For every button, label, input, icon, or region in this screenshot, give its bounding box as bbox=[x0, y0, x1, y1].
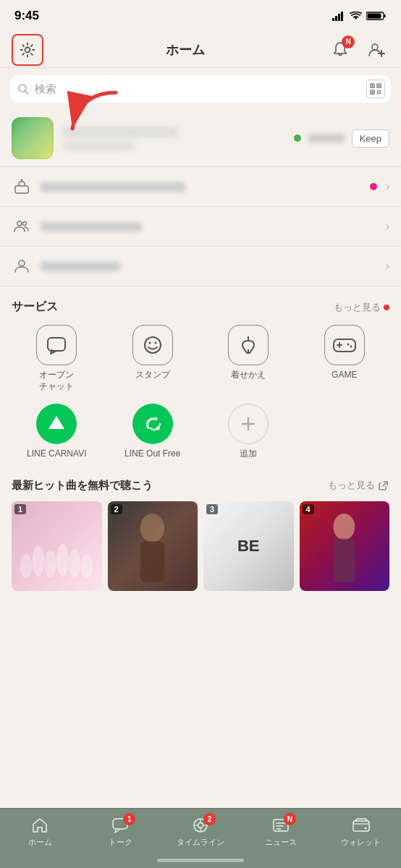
header-right: N bbox=[327, 37, 389, 63]
svg-rect-42 bbox=[334, 539, 355, 582]
service-label-stamp: スタンプ bbox=[135, 370, 170, 381]
svg-point-29 bbox=[347, 344, 349, 346]
keep-button[interactable]: Keep bbox=[352, 129, 389, 148]
service-item-game[interactable]: GAME bbox=[300, 325, 390, 392]
battery-icon bbox=[366, 11, 387, 21]
music-card-4[interactable]: 4 bbox=[300, 501, 390, 592]
search-field[interactable]: 検索 bbox=[10, 75, 391, 103]
service-item-line-out-free[interactable]: LINE Out Free bbox=[108, 404, 198, 460]
service-label-carnavi: LINE CARNAVI bbox=[27, 448, 86, 460]
status-icons bbox=[332, 11, 387, 21]
svg-point-38 bbox=[81, 554, 93, 579]
status-time: 9:45 bbox=[14, 9, 39, 23]
music-grid: 1 2 BE 3 4 bbox=[12, 501, 389, 592]
svg-point-27 bbox=[154, 342, 156, 344]
service-label-add: 追加 bbox=[240, 448, 257, 460]
svg-point-30 bbox=[350, 346, 352, 348]
online-indicator bbox=[294, 135, 301, 142]
list-item[interactable]: › bbox=[0, 207, 401, 247]
line-out-free-icon bbox=[132, 404, 173, 444]
service-item-open-chat[interactable]: オープンチャット bbox=[12, 325, 102, 392]
avatar-image bbox=[12, 117, 54, 159]
home-indicator bbox=[157, 859, 244, 862]
music-more-link[interactable]: もっと見る bbox=[328, 479, 389, 492]
add-friend-button[interactable] bbox=[363, 37, 389, 63]
search-bar: 検索 bbox=[0, 68, 401, 110]
qr-button[interactable] bbox=[366, 80, 385, 98]
talk-tab-icon: 1 bbox=[111, 816, 130, 835]
tab-home[interactable]: ホーム bbox=[0, 816, 80, 848]
game-icon bbox=[324, 325, 365, 365]
svg-rect-18 bbox=[379, 93, 381, 94]
music-card-3[interactable]: BE 3 bbox=[203, 501, 294, 592]
list-item[interactable]: › bbox=[0, 247, 401, 286]
svg-point-35 bbox=[44, 551, 56, 577]
profile-status bbox=[62, 142, 135, 150]
music-card-1[interactable]: 1 bbox=[12, 501, 102, 592]
chevron-down-icon: › bbox=[386, 180, 389, 193]
chevron-down-icon: › bbox=[386, 260, 389, 273]
tab-timeline[interactable]: 2 タイムライン bbox=[161, 816, 241, 848]
svg-marker-31 bbox=[48, 416, 64, 429]
settings-button[interactable] bbox=[12, 34, 43, 66]
services-more-link[interactable]: もっと見る bbox=[334, 301, 389, 314]
tab-talk[interactable]: 1 トーク bbox=[80, 816, 161, 848]
svg-point-6 bbox=[25, 47, 30, 52]
notification-button[interactable]: N bbox=[327, 37, 353, 63]
groups-icon bbox=[12, 216, 32, 237]
gear-icon bbox=[20, 42, 35, 58]
svg-point-26 bbox=[148, 342, 151, 344]
svg-rect-40 bbox=[140, 541, 164, 582]
svg-rect-12 bbox=[379, 85, 380, 87]
svg-rect-5 bbox=[368, 14, 381, 19]
svg-point-23 bbox=[19, 260, 25, 266]
carnavi-icon bbox=[36, 404, 77, 444]
svg-rect-14 bbox=[372, 92, 373, 93]
profile-avatar[interactable] bbox=[12, 117, 54, 159]
list-item-content bbox=[41, 222, 377, 231]
timeline-badge: 2 bbox=[203, 813, 216, 825]
wifi-icon bbox=[350, 12, 362, 21]
service-label-open-chat: オープンチャット bbox=[39, 370, 74, 392]
svg-rect-10 bbox=[372, 85, 373, 87]
contacts-list: › › › bbox=[0, 167, 401, 286]
person-icon bbox=[12, 256, 32, 276]
svg-rect-2 bbox=[338, 14, 340, 21]
music-card-2[interactable]: 2 bbox=[108, 501, 198, 592]
service-item-carnavi[interactable]: LINE CARNAVI bbox=[12, 404, 102, 460]
home-tab-icon bbox=[30, 816, 49, 835]
music-num-1: 1 bbox=[14, 504, 26, 514]
qr-icon bbox=[370, 83, 381, 95]
svg-point-48 bbox=[364, 827, 366, 830]
item-name-blur bbox=[41, 222, 142, 231]
services-badge bbox=[384, 305, 389, 310]
svg-point-39 bbox=[140, 514, 164, 542]
svg-rect-15 bbox=[377, 90, 379, 92]
person-icon bbox=[14, 258, 30, 274]
svg-rect-47 bbox=[353, 821, 369, 831]
tab-news[interactable]: N ニュース bbox=[240, 816, 321, 848]
svg-rect-0 bbox=[332, 18, 334, 21]
svg-point-21 bbox=[17, 221, 22, 226]
wallet-tab-icon bbox=[352, 816, 371, 835]
svg-rect-24 bbox=[48, 338, 65, 351]
service-label-game: GAME bbox=[332, 370, 357, 381]
timeline-tab-label: タイムライン bbox=[177, 837, 224, 848]
news-badge: N bbox=[284, 813, 296, 825]
svg-rect-16 bbox=[379, 90, 381, 92]
music-title: 最新ヒット曲を無料で聴こう bbox=[12, 479, 153, 493]
tab-wallet[interactable]: ウォレット bbox=[321, 816, 401, 848]
services-grid: オープンチャット スタンプ 着せかえ bbox=[12, 325, 389, 460]
service-item-themes[interactable]: 着せかえ bbox=[203, 325, 294, 392]
service-item-add[interactable]: 追加 bbox=[203, 404, 294, 460]
news-tab-label: ニュース bbox=[265, 837, 297, 848]
svg-point-37 bbox=[69, 549, 81, 577]
svg-point-45 bbox=[198, 823, 203, 828]
svg-point-33 bbox=[20, 554, 33, 579]
svg-rect-3 bbox=[341, 12, 343, 21]
timeline-tab-icon: 2 bbox=[191, 816, 210, 835]
signal-icon bbox=[332, 12, 345, 21]
list-item[interactable]: › bbox=[0, 167, 401, 207]
service-item-stamp[interactable]: スタンプ bbox=[108, 325, 198, 392]
svg-point-7 bbox=[372, 44, 378, 50]
